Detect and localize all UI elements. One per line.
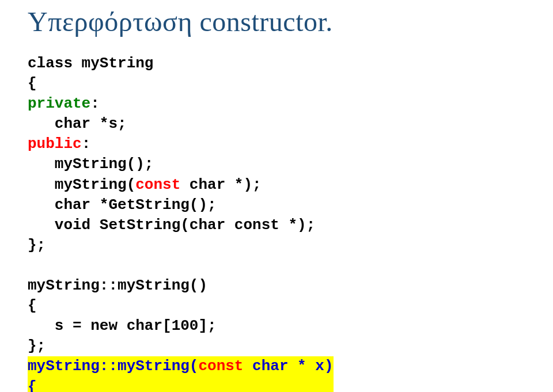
code-line: :: [90, 95, 100, 112]
code-line: {: [28, 378, 37, 393]
slide-title: Υπερφόρτωση constructor.: [28, 6, 525, 37]
code-line: char *GetString();: [28, 196, 217, 214]
slide: Υπερφόρτωση constructor. class myString …: [0, 0, 553, 392]
code-line: {: [28, 75, 37, 92]
code-line: :: [82, 135, 91, 153]
code-block: class myString { private: char *s; publi…: [28, 54, 525, 392]
code-line: char *);: [180, 176, 261, 193]
keyword-const: const: [198, 357, 243, 375]
code-line: myString::myString(): [28, 277, 207, 294]
keyword-const: const: [135, 176, 180, 193]
code-line: };: [28, 237, 46, 254]
keyword-private: private: [28, 95, 90, 112]
code-line: char * x): [243, 357, 333, 375]
code-line: myString(: [28, 176, 135, 193]
highlighted-code: myString::myString(const char * x) { s =…: [28, 356, 334, 392]
keyword-public: public: [28, 135, 82, 153]
code-line: {: [28, 297, 37, 314]
code-line: myString::myString(: [28, 357, 198, 375]
code-line: char *s;: [28, 115, 127, 132]
code-line: s = new char[100];: [28, 317, 217, 334]
code-line: void SetString(char const *);: [28, 216, 315, 234]
code-line: };: [28, 337, 46, 355]
code-line: myString();: [28, 155, 153, 173]
code-line: class myString: [28, 55, 153, 72]
